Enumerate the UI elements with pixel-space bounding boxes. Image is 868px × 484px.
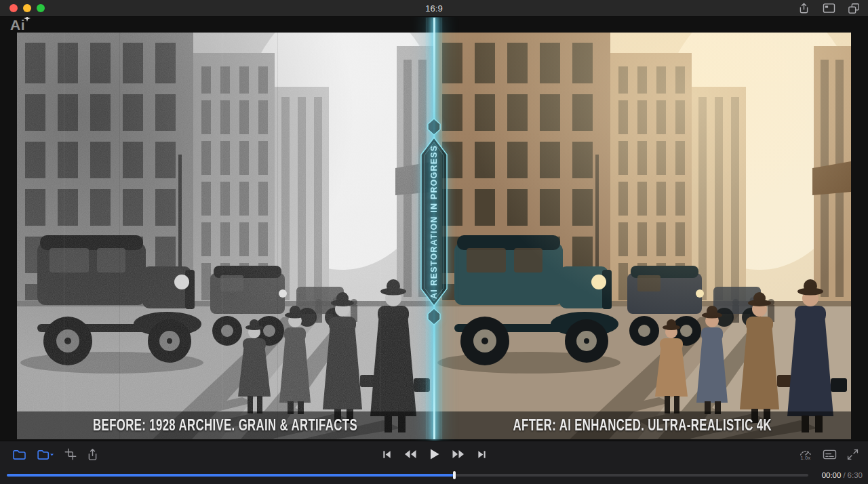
divider-chevron-bottom bbox=[427, 308, 441, 325]
time-separator: / bbox=[843, 471, 845, 479]
after-caption-cell: AFTER: AI ENHANCED. ULTRA-REALISTIC 4K bbox=[434, 411, 851, 439]
left-tools bbox=[12, 448, 98, 461]
after-caption: AFTER: AI ENHANCED. ULTRA-REALISTIC 4K bbox=[513, 416, 772, 435]
pip-icon bbox=[823, 3, 835, 14]
status-badge: AI RESTORATION IN PROGRESS bbox=[419, 137, 449, 306]
seek-bar[interactable] bbox=[7, 474, 808, 477]
titlebar: 16:9 bbox=[0, 0, 868, 17]
after-image bbox=[434, 33, 851, 439]
time-display: 00:00 / 6:30 bbox=[822, 469, 863, 481]
toolbar-row: 1.0x bbox=[0, 441, 868, 467]
film-grain-overlay bbox=[17, 33, 434, 439]
subtitles-button[interactable] bbox=[823, 449, 837, 460]
subtitles-icon bbox=[823, 449, 837, 460]
fast-forward-icon bbox=[452, 449, 465, 459]
pip-button[interactable] bbox=[821, 1, 836, 15]
divider-label: AI RESTORATION IN PROGRESS bbox=[419, 137, 449, 306]
close-button[interactable] bbox=[9, 4, 18, 12]
before-caption: BEFORE: 1928 ARCHIVE. GRAIN & ARTIFACTS bbox=[94, 416, 358, 435]
elapsed-time: 00:00 bbox=[822, 471, 842, 479]
transport-controls bbox=[382, 448, 487, 460]
fast-forward-button[interactable] bbox=[452, 449, 465, 459]
share-icon bbox=[798, 2, 810, 14]
rewind-button[interactable] bbox=[403, 449, 417, 459]
minimize-button[interactable] bbox=[23, 4, 31, 12]
playback-speed-button[interactable]: 1.0x bbox=[799, 448, 812, 460]
crop-button[interactable] bbox=[64, 448, 77, 460]
export-share-button[interactable] bbox=[87, 448, 98, 461]
skip-back-button[interactable] bbox=[382, 449, 392, 460]
zoom-button[interactable] bbox=[37, 4, 45, 12]
before-caption-cell: BEFORE: 1928 ARCHIVE. GRAIN & ARTIFACTS bbox=[17, 411, 434, 439]
window-title: 16:9 bbox=[0, 3, 868, 14]
playhead[interactable] bbox=[453, 471, 456, 479]
control-bar: 1.0x 00 bbox=[0, 441, 868, 484]
stage: Ai BEFORE: 1928 ARCHIVE. GRAIN & ARTIFAC… bbox=[0, 17, 868, 441]
window-stack-icon bbox=[848, 3, 860, 14]
fullscreen-icon bbox=[847, 449, 859, 460]
player-window: 16:9 Ai bbox=[0, 0, 868, 484]
share-icon bbox=[87, 448, 98, 461]
playback-speed-label: 1.0x bbox=[800, 456, 810, 460]
media-browser-button[interactable] bbox=[37, 449, 54, 460]
traffic-lights bbox=[0, 4, 45, 12]
crop-icon bbox=[64, 448, 77, 460]
open-file-button[interactable] bbox=[12, 449, 26, 460]
watermark-label: Ai bbox=[10, 17, 25, 33]
fullscreen-button[interactable] bbox=[847, 449, 859, 460]
playback-speed-gauge-icon bbox=[799, 448, 812, 456]
right-tools: 1.0x bbox=[799, 448, 859, 460]
timeline-row: 00:00 / 6:30 bbox=[0, 469, 868, 481]
skip-forward-icon bbox=[477, 449, 487, 460]
folder-icon bbox=[12, 449, 26, 460]
divider-chevron-top bbox=[427, 118, 441, 136]
share-button[interactable] bbox=[796, 1, 811, 15]
app-watermark: Ai bbox=[10, 17, 25, 33]
progress-fill bbox=[7, 474, 454, 477]
window-stack-button[interactable] bbox=[846, 1, 861, 15]
folder-dropdown-icon bbox=[37, 449, 54, 460]
total-duration: 6:30 bbox=[848, 471, 863, 479]
before-image bbox=[17, 33, 434, 439]
play-icon bbox=[429, 448, 440, 460]
skip-back-icon bbox=[382, 449, 392, 460]
rewind-icon bbox=[403, 449, 417, 459]
skip-forward-button[interactable] bbox=[477, 449, 487, 460]
play-button[interactable] bbox=[429, 448, 440, 460]
